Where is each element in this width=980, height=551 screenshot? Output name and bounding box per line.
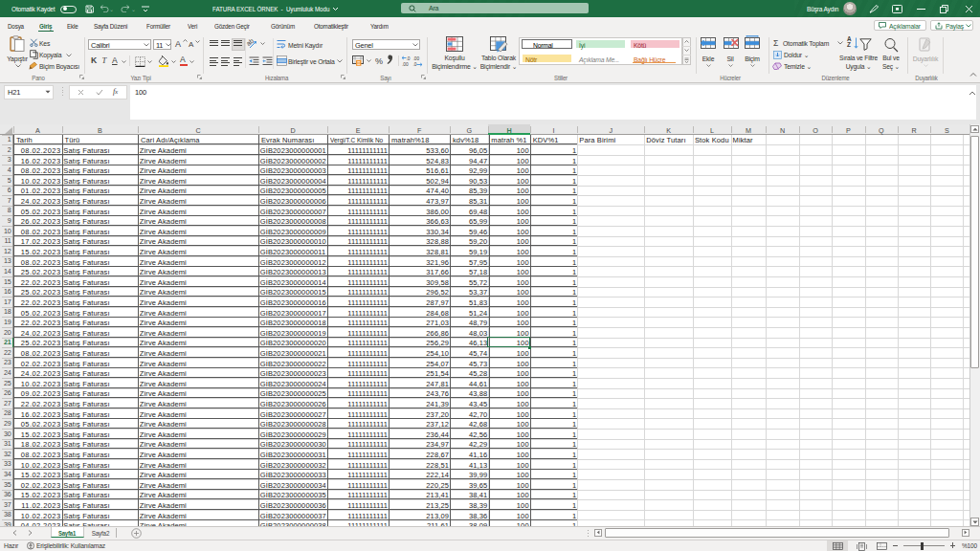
- svg-text:.00: .00: [413, 55, 420, 60]
- svg-text:.00: .00: [402, 61, 409, 66]
- svg-text:.0: .0: [407, 55, 411, 60]
- svg-text:.0: .0: [413, 62, 417, 67]
